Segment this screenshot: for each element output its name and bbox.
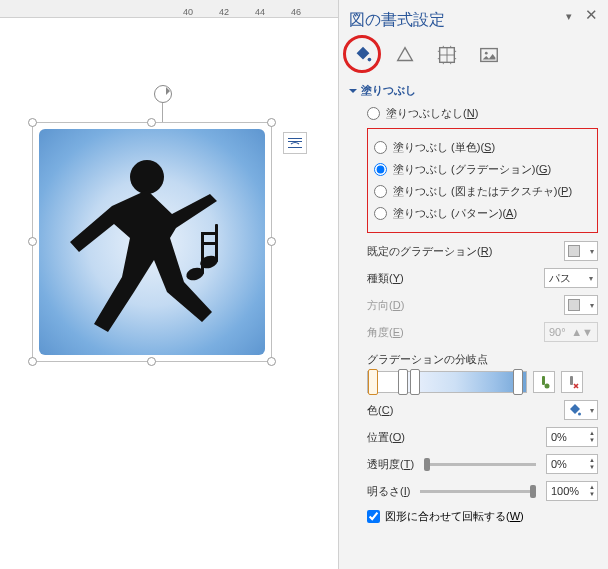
- ruler-tick: 40: [180, 7, 196, 17]
- ruler-tick: 42: [216, 7, 232, 17]
- gradient-stop[interactable]: [368, 369, 378, 395]
- svg-rect-7: [288, 138, 302, 139]
- row-position: 位置(O) 0%▲▼: [349, 427, 598, 447]
- row-transparency: 透明度(T) 0%▲▼: [349, 454, 598, 474]
- svg-rect-5: [201, 232, 218, 235]
- rotate-handle[interactable]: [154, 85, 172, 103]
- svg-rect-6: [201, 242, 218, 245]
- section-fill-header[interactable]: 塗りつぶし: [349, 83, 598, 98]
- tab-picture[interactable]: [475, 41, 503, 69]
- gradient-stop[interactable]: [398, 369, 408, 395]
- radio-solid-fill[interactable]: 塗りつぶし (単色)(S): [374, 140, 591, 155]
- row-type: 種類(Y) パス▾: [349, 268, 598, 288]
- radio-input[interactable]: [374, 141, 387, 154]
- type-dropdown[interactable]: パス▾: [544, 268, 598, 288]
- field-label: 色(C): [367, 403, 560, 418]
- selected-image[interactable]: [32, 122, 272, 362]
- direction-picker: ▾: [564, 295, 598, 315]
- tab-layout[interactable]: [433, 41, 461, 69]
- radio-label: 塗りつぶしなし(N): [386, 106, 478, 121]
- radio-pattern-fill[interactable]: 塗りつぶし (パターン)(A): [374, 206, 591, 221]
- field-label: 明るさ(I): [367, 484, 410, 499]
- remove-stop-button[interactable]: [561, 371, 583, 393]
- field-label: 方向(D): [367, 298, 560, 313]
- resize-handle[interactable]: [267, 237, 276, 246]
- ruler-tick: 44: [252, 7, 268, 17]
- horizontal-ruler: 40 42 44 46: [0, 0, 338, 18]
- radio-label: 塗りつぶし (図またはテクスチャ)(P): [393, 184, 572, 199]
- resize-handle[interactable]: [147, 357, 156, 366]
- resize-handle[interactable]: [28, 118, 37, 127]
- field-label: 種類(Y): [367, 271, 540, 286]
- resize-handle[interactable]: [28, 357, 37, 366]
- checkbox-input[interactable]: [367, 510, 380, 523]
- pane-tabs: [349, 41, 598, 69]
- gradient-stops-label: グラデーションの分岐点: [349, 352, 598, 367]
- row-color: 色(C) ▾: [349, 400, 598, 420]
- radio-input[interactable]: [374, 207, 387, 220]
- tab-effects[interactable]: [391, 41, 419, 69]
- radio-picture-fill[interactable]: 塗りつぶし (図またはテクスチャ)(P): [374, 184, 591, 199]
- radio-no-fill[interactable]: 塗りつぶしなし(N): [367, 106, 598, 121]
- svg-rect-16: [570, 376, 573, 385]
- radio-gradient-fill[interactable]: 塗りつぶし (グラデーション)(G): [374, 162, 591, 177]
- row-brightness: 明るさ(I) 100%▲▼: [349, 481, 598, 501]
- brightness-spinner[interactable]: 100%▲▼: [546, 481, 598, 501]
- svg-point-13: [485, 52, 488, 55]
- color-picker[interactable]: ▾: [564, 400, 598, 420]
- rotate-stem: [162, 103, 163, 123]
- checkbox-label: 図形に合わせて回転する(W): [385, 509, 524, 524]
- svg-rect-8: [288, 141, 302, 142]
- row-preset-gradients: 既定のグラデーション(R) ▾: [349, 241, 598, 261]
- dancer-icon: [52, 142, 252, 342]
- document-canvas[interactable]: 40 42 44 46: [0, 0, 338, 569]
- radio-label: 塗りつぶし (グラデーション)(G): [393, 162, 551, 177]
- resize-handle[interactable]: [267, 118, 276, 127]
- radio-input[interactable]: [374, 185, 387, 198]
- row-direction: 方向(D) ▾: [349, 295, 598, 315]
- pane-options-dropdown[interactable]: ▾: [566, 10, 572, 23]
- ruler-tick: 46: [288, 7, 304, 17]
- transparency-spinner[interactable]: 0%▲▼: [546, 454, 598, 474]
- radio-label: 塗りつぶし (パターン)(A): [393, 206, 517, 221]
- resize-handle[interactable]: [267, 357, 276, 366]
- layout-options-button[interactable]: [283, 132, 307, 154]
- position-spinner[interactable]: 0%▲▼: [546, 427, 598, 447]
- field-label: 透明度(T): [367, 457, 414, 472]
- gradient-stop[interactable]: [410, 369, 420, 395]
- brightness-slider[interactable]: [420, 482, 536, 500]
- image-gradient-fill: [39, 129, 265, 355]
- radio-label: 塗りつぶし (単色)(S): [393, 140, 495, 155]
- annotation-box: 塗りつぶし (単色)(S) 塗りつぶし (グラデーション)(G) 塗りつぶし (…: [367, 128, 598, 233]
- row-angle: 角度(E) 90°▲▼: [349, 322, 598, 342]
- collapse-icon: [349, 89, 357, 97]
- resize-handle[interactable]: [147, 118, 156, 127]
- pane-close-button[interactable]: ✕: [585, 6, 598, 24]
- add-stop-button[interactable]: [533, 371, 555, 393]
- format-picture-pane: 図の書式設定 ▾ ✕ 塗りつぶし 塗りつぶしなし(N) 塗りつぶし (単色)(S…: [338, 0, 608, 569]
- transparency-slider[interactable]: [424, 455, 536, 473]
- field-label: 既定のグラデーション(R): [367, 244, 560, 259]
- field-label: 位置(O): [367, 430, 542, 445]
- svg-rect-9: [288, 147, 302, 148]
- gradient-stops-track[interactable]: [367, 371, 527, 393]
- svg-point-17: [578, 413, 581, 416]
- preset-gradient-picker[interactable]: ▾: [564, 241, 598, 261]
- gradient-stop[interactable]: [513, 369, 523, 395]
- svg-point-0: [130, 160, 164, 194]
- svg-rect-14: [542, 376, 545, 385]
- pane-title: 図の書式設定: [349, 10, 598, 31]
- resize-handle[interactable]: [28, 237, 37, 246]
- tab-fill[interactable]: [349, 41, 377, 69]
- field-label: 角度(E): [367, 325, 540, 340]
- svg-point-10: [368, 58, 372, 62]
- radio-input[interactable]: [374, 163, 387, 176]
- angle-spinner: 90°▲▼: [544, 322, 598, 342]
- section-title: 塗りつぶし: [361, 83, 416, 98]
- checkbox-rotate-with-shape[interactable]: 図形に合わせて回転する(W): [349, 509, 598, 524]
- svg-point-15: [545, 384, 550, 389]
- radio-input[interactable]: [367, 107, 380, 120]
